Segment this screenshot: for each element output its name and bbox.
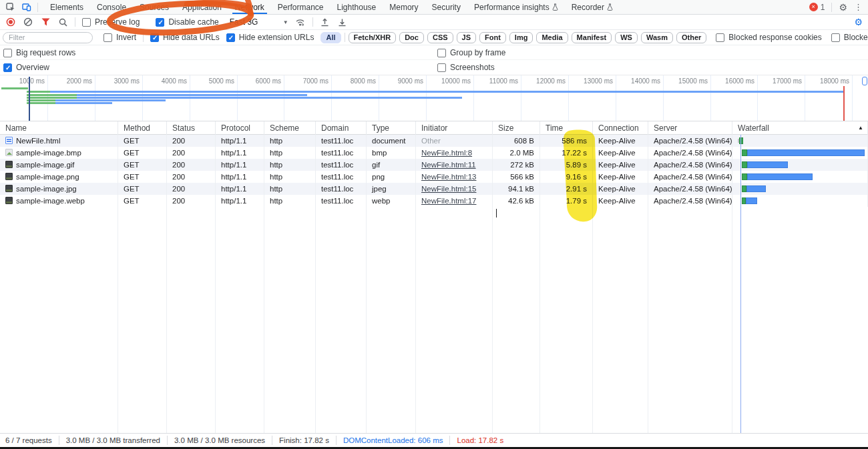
column-header-status[interactable]: Status [167, 121, 216, 135]
waterfall-download-bar[interactable] [747, 173, 813, 180]
screenshots-checkbox[interactable]: Screenshots [437, 60, 495, 75]
column-header-size[interactable]: Size [493, 121, 540, 135]
checkbox-checked[interactable] [150, 33, 159, 42]
checkbox-unchecked[interactable] [437, 49, 446, 57]
request-row-sample-image-jpg[interactable]: sample-image.jpgGET200http/1.1httptest11… [0, 183, 868, 195]
request-row-newfile-html[interactable]: NewFile.htmlGET200http/1.1httptest11.loc… [0, 135, 868, 147]
waterfall-waiting-bar[interactable] [742, 161, 747, 168]
checkbox-unchecked[interactable] [82, 18, 91, 27]
blocked-requests-checkbox[interactable]: Blocked requests [831, 33, 868, 42]
column-header-time[interactable]: Time [540, 121, 593, 135]
column-header-waterfall[interactable]: Waterfall▲ [732, 121, 868, 135]
filter-chip-font[interactable]: Font [479, 32, 506, 43]
export-har-icon[interactable] [337, 17, 348, 27]
checkbox-unchecked[interactable] [437, 63, 446, 72]
request-name[interactable]: sample-image.png [16, 173, 79, 181]
waterfall-waiting-bar[interactable] [742, 185, 746, 192]
filter-chip-wasm[interactable]: Wasm [641, 32, 673, 43]
filter-chip-manifest[interactable]: Manifest [572, 32, 612, 43]
status-item-domcontentloaded[interactable]: DOMContentLoaded: 606 ms [343, 436, 443, 444]
throttling-dropdown[interactable]: Fast 3G ▼ [230, 17, 288, 27]
overview-checkbox[interactable]: Overview [3, 60, 49, 75]
tab-console[interactable]: Console [90, 0, 133, 14]
waterfall-waiting-bar[interactable] [739, 137, 743, 144]
waterfall-download-bar[interactable] [746, 185, 766, 192]
checkbox-unchecked[interactable] [831, 33, 840, 42]
network-overview-timeline[interactable]: 1000 ms2000 ms3000 ms4000 ms5000 ms6000 … [0, 75, 868, 121]
request-row-sample-image-png[interactable]: sample-image.pngGET200http/1.1httptest11… [0, 171, 868, 183]
checkbox-unchecked[interactable] [716, 33, 724, 42]
checkbox-checked[interactable] [3, 63, 12, 72]
hide-extension-urls-checkbox[interactable]: Hide extension URLs [226, 33, 314, 42]
tab-elements[interactable]: Elements [43, 0, 90, 14]
request-name[interactable]: sample-image.webp [16, 197, 85, 205]
tab-performance[interactable]: Performance [271, 0, 331, 14]
request-row-sample-image-webp[interactable]: sample-image.webpGET200http/1.1httptest1… [0, 195, 868, 207]
import-har-icon[interactable] [320, 17, 331, 27]
initiator-link[interactable]: NewFile.html:13 [421, 173, 476, 181]
filter-chip-all[interactable]: All [320, 32, 341, 43]
disable-cache-checkbox[interactable]: Disable cache [156, 17, 218, 27]
waterfall-download-bar[interactable] [747, 161, 788, 168]
preserve-log-checkbox[interactable]: Preserve log [82, 17, 140, 27]
invert-checkbox[interactable]: Invert [103, 33, 136, 42]
initiator-link[interactable]: NewFile.html:15 [421, 185, 476, 193]
filter-chip-media[interactable]: Media [536, 32, 568, 43]
filter-chip-fetch-xhr[interactable]: Fetch/XHR [349, 32, 397, 43]
column-header-domain[interactable]: Domain [316, 121, 367, 135]
group-by-frame-checkbox[interactable]: Group by frame [437, 45, 505, 60]
network-settings-gear-icon[interactable]: ⚙ [854, 17, 863, 27]
clear-network-log-icon[interactable] [23, 17, 33, 27]
request-name[interactable]: sample-image.bmp [16, 149, 81, 157]
column-header-scheme[interactable]: Scheme [264, 121, 316, 135]
initiator-link[interactable]: NewFile.html:8 [421, 149, 472, 157]
column-header-protocol[interactable]: Protocol [216, 121, 264, 135]
request-name[interactable]: sample-image.gif [16, 161, 75, 169]
request-name[interactable]: NewFile.html [16, 137, 60, 145]
column-header-name[interactable]: Name [0, 121, 118, 135]
tab-performance-insights[interactable]: Performance insights [467, 0, 565, 14]
filter-chip-other[interactable]: Other [676, 32, 706, 43]
inspect-element-icon[interactable] [5, 2, 16, 13]
overview-scroll-handle[interactable] [862, 77, 867, 85]
kebab-menu-icon[interactable]: ⋮ [854, 3, 863, 11]
column-header-method[interactable]: Method [118, 121, 167, 135]
blocked-response-cookies-checkbox[interactable]: Blocked response cookies [716, 33, 821, 42]
filter-chip-ws[interactable]: WS [615, 32, 638, 43]
error-counter[interactable]: × 1 [809, 3, 825, 12]
filter-funnel-icon[interactable] [40, 17, 51, 27]
checkbox-checked[interactable] [226, 33, 235, 42]
tab-recorder[interactable]: Recorder [565, 0, 620, 14]
waterfall-waiting-bar[interactable] [742, 149, 747, 156]
waterfall-download-bar[interactable] [747, 149, 865, 156]
request-name[interactable]: sample-image.jpg [16, 185, 77, 193]
tab-network[interactable]: Network [228, 0, 271, 14]
big-request-rows-checkbox[interactable]: Big request rows [3, 45, 75, 60]
tab-memory[interactable]: Memory [383, 0, 425, 14]
device-toolbar-icon[interactable] [21, 2, 32, 13]
tab-application[interactable]: Application [176, 0, 228, 14]
tab-security[interactable]: Security [425, 0, 467, 14]
hide-data-urls-checkbox[interactable]: Hide data URLs [150, 33, 220, 42]
settings-gear-icon[interactable]: ⚙ [839, 3, 847, 12]
filter-chip-img[interactable]: Img [509, 32, 533, 43]
search-icon[interactable] [57, 17, 68, 27]
checkbox-unchecked[interactable] [103, 33, 112, 42]
filter-input[interactable] [3, 32, 93, 43]
checkbox-unchecked[interactable] [3, 49, 12, 57]
request-row-sample-image-bmp[interactable]: sample-image.bmpGET200http/1.1httptest11… [0, 147, 868, 159]
column-header-connection[interactable]: Connection [593, 121, 648, 135]
column-header-initiator[interactable]: Initiator [416, 121, 493, 135]
request-row-sample-image-gif[interactable]: sample-image.gifGET200http/1.1httptest11… [0, 159, 868, 171]
tab-lighthouse[interactable]: Lighthouse [331, 0, 383, 14]
filter-chip-doc[interactable]: Doc [399, 32, 424, 43]
checkbox-checked[interactable] [156, 18, 164, 27]
record-network-log-icon[interactable] [5, 17, 16, 27]
network-conditions-icon[interactable] [295, 17, 306, 27]
tab-sources[interactable]: Sources [133, 0, 176, 14]
waterfall-waiting-bar[interactable] [742, 173, 747, 180]
initiator-link[interactable]: NewFile.html:11 [421, 161, 476, 169]
filter-chip-js[interactable]: JS [457, 32, 476, 43]
status-item-load[interactable]: Load: 17.82 s [457, 436, 503, 444]
waterfall-download-bar[interactable] [746, 197, 757, 204]
